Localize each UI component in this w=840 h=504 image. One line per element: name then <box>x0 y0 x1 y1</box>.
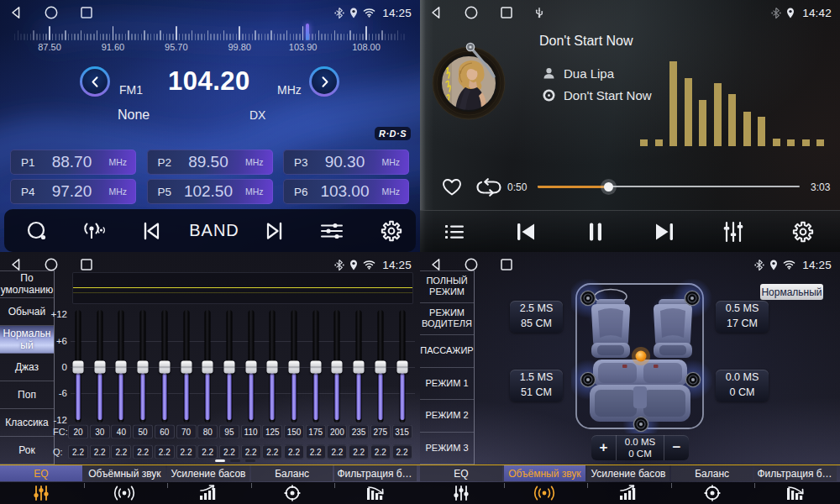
slider-handle[interactable] <box>289 360 300 373</box>
previous-station-button[interactable] <box>133 209 170 252</box>
preset-p5-button[interactable]: P5 102.50 MHz <box>147 179 273 204</box>
tune-down-button[interactable] <box>80 66 110 97</box>
preset-p3-button[interactable]: P3 90.30 MHz <box>283 150 409 175</box>
eq-settings-button[interactable] <box>313 209 350 252</box>
broadcast-scan-button[interactable] <box>75 209 112 252</box>
eq-band-slider-315[interactable] <box>391 310 413 439</box>
eq-band-slider-50[interactable] <box>132 310 154 439</box>
listening-mode-4[interactable]: РЕЖИМ 1 <box>420 368 474 401</box>
eq-band-slider-20[interactable] <box>67 310 89 439</box>
eq-band-slider-40[interactable] <box>110 310 132 439</box>
tab-icon-surroundic[interactable] <box>99 482 150 504</box>
slider-handle[interactable] <box>73 360 84 373</box>
eq-band-slider-60[interactable] <box>154 310 176 439</box>
eq-band-slider-80[interactable] <box>197 310 218 439</box>
tab-1[interactable]: Объёмный звук <box>504 465 586 481</box>
next-track-button[interactable] <box>648 211 681 252</box>
slider-handle[interactable] <box>159 360 170 373</box>
tune-up-button[interactable] <box>309 66 339 97</box>
tab-icon-bassboost[interactable] <box>603 482 654 504</box>
tab-2[interactable]: Усиление басов <box>167 465 249 481</box>
listening-mode-2[interactable]: РЕЖИМ ВОДИТЕЛЯ <box>420 303 474 336</box>
eq-preset-5[interactable]: Поп <box>0 381 54 409</box>
preset-p6-button[interactable]: P6 103.00 MHz <box>283 179 409 204</box>
tab-icon-bassboost[interactable] <box>183 482 234 504</box>
eq-preset-1[interactable]: По умолчанию <box>0 270 54 298</box>
listening-mode-6[interactable]: РЕЖИМ 3 <box>420 433 474 465</box>
tab-icon-filter[interactable] <box>350 482 401 504</box>
tab-0[interactable]: EQ <box>0 465 82 481</box>
settings-button[interactable] <box>373 209 410 252</box>
delay-plus-button[interactable]: + <box>591 435 616 460</box>
nav-recents-icon[interactable] <box>499 5 514 20</box>
nav-recents-icon[interactable] <box>79 5 94 20</box>
eq-band-slider-175[interactable] <box>305 310 327 439</box>
eq-band-slider-235[interactable] <box>348 310 370 439</box>
preset-p1-button[interactable]: P1 88.70 MHz <box>10 150 136 175</box>
tuning-needle[interactable] <box>306 24 310 40</box>
nav-home-icon[interactable] <box>44 5 59 20</box>
delay-minus-button[interactable]: − <box>664 435 689 460</box>
slider-handle[interactable] <box>267 360 278 373</box>
equalizer-button[interactable] <box>716 211 751 252</box>
slider-handle[interactable] <box>375 360 386 373</box>
nav-home-icon[interactable] <box>464 5 479 20</box>
tab-icon-eqbars[interactable] <box>436 482 486 504</box>
repeat-button[interactable] <box>473 173 505 202</box>
slider-handle[interactable] <box>396 360 407 373</box>
eq-band-slider-70[interactable] <box>176 310 197 439</box>
slider-handle[interactable] <box>223 360 234 373</box>
next-station-button[interactable] <box>256 209 293 252</box>
eq-band-slider-30[interactable] <box>89 310 111 439</box>
scan-search-button[interactable] <box>18 209 55 252</box>
slider-handle[interactable] <box>202 360 213 373</box>
eq-band-slider-200[interactable] <box>326 310 348 439</box>
slider-handle[interactable] <box>354 360 365 373</box>
tab-icon-eqbars[interactable] <box>16 482 66 504</box>
tab-4[interactable]: Фильтрация басов <box>334 465 417 481</box>
eq-preset-2[interactable]: Обычай <box>0 298 54 326</box>
eq-band-slider-150[interactable] <box>283 310 305 439</box>
delay-rear-right-button[interactable]: 0.0 MS0 CM <box>716 370 769 402</box>
tab-2[interactable]: Усиление басов <box>587 465 669 481</box>
tab-icon-balance[interactable] <box>687 482 738 504</box>
tab-1[interactable]: Объёмный звук <box>84 465 166 481</box>
tab-3[interactable]: Баланс <box>671 465 753 481</box>
tab-0[interactable]: EQ <box>420 465 502 481</box>
listening-mode-1[interactable]: ПОЛНЫЙ РЕЖИМ <box>420 270 474 303</box>
nav-back-icon[interactable] <box>8 5 24 20</box>
slider-handle[interactable] <box>116 360 127 373</box>
previous-track-button[interactable] <box>509 211 543 252</box>
listening-mode-3[interactable]: ПАССАЖИР <box>420 335 474 368</box>
frequency-scale[interactable] <box>0 24 420 42</box>
slider-handle[interactable] <box>181 360 192 373</box>
nav-recents-icon[interactable] <box>499 257 514 272</box>
eq-band-slider-95[interactable] <box>218 310 240 439</box>
band-button[interactable]: BAND <box>189 209 239 252</box>
profile-button[interactable]: Нормальный <box>760 284 823 300</box>
progress-knob[interactable] <box>604 182 613 192</box>
playlist-button[interactable] <box>438 211 470 252</box>
delay-front-right-button[interactable]: 0.5 MS17 CM <box>716 301 769 333</box>
eq-preset-7[interactable]: Рок <box>0 437 54 465</box>
preset-p2-button[interactable]: P2 89.50 MHz <box>147 150 273 175</box>
nav-back-icon[interactable] <box>428 5 444 20</box>
eq-preset-3[interactable]: Нормальный <box>0 326 54 354</box>
slider-handle[interactable] <box>332 360 343 373</box>
tab-icon-balance[interactable] <box>267 482 318 504</box>
slider-handle[interactable] <box>310 360 321 373</box>
tab-4[interactable]: Фильтрация басов <box>754 465 837 481</box>
nav-recents-icon[interactable] <box>79 257 94 272</box>
preset-p4-button[interactable]: P4 97.20 MHz <box>10 179 136 204</box>
tab-3[interactable]: Баланс <box>251 465 333 481</box>
pause-button[interactable] <box>579 211 612 252</box>
slider-handle[interactable] <box>94 360 105 373</box>
settings-button[interactable] <box>786 211 820 252</box>
eq-preset-6[interactable]: Классика <box>0 409 54 437</box>
favorite-button[interactable] <box>438 173 465 202</box>
tab-icon-filter[interactable] <box>770 482 821 504</box>
slider-handle[interactable] <box>245 360 256 373</box>
tab-icon-surroundic[interactable] <box>519 482 570 504</box>
eq-band-slider-275[interactable] <box>370 310 391 439</box>
eq-band-slider-125[interactable] <box>261 310 283 439</box>
